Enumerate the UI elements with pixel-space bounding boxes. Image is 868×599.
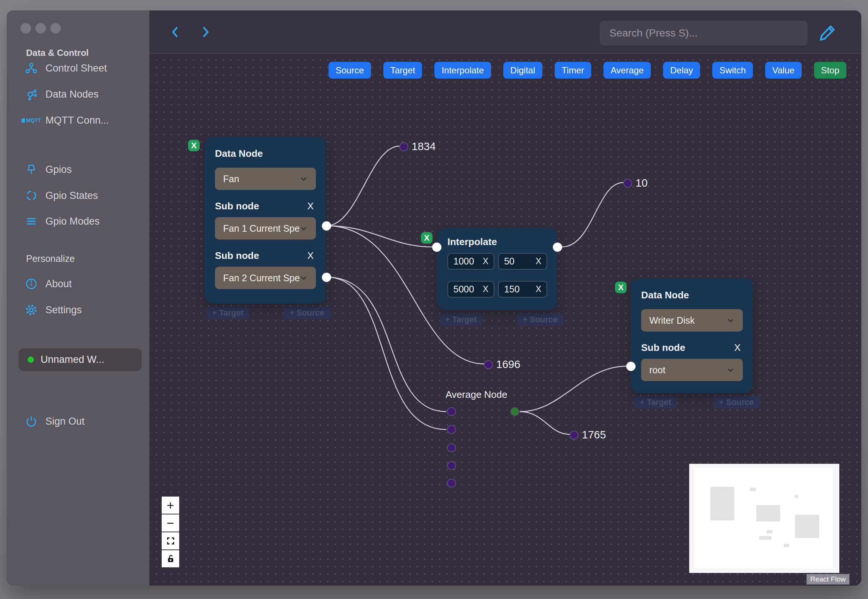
add-value-node-button[interactable]: Value xyxy=(765,62,802,78)
average-target-handle[interactable] xyxy=(447,461,456,470)
sidebar-item-workspace[interactable]: Unnamed W... xyxy=(19,348,141,371)
data-node-fan[interactable]: Data Node Fan Sub node X Fan 1 Current S… xyxy=(205,137,326,304)
search-box xyxy=(600,21,808,45)
add-target-pill[interactable]: + Target xyxy=(439,313,483,326)
edge-average-1765[interactable] xyxy=(520,412,570,434)
stop-button[interactable]: Stop xyxy=(814,62,846,78)
node-select[interactable]: Fan xyxy=(215,168,316,190)
sidebar-item-gpio-states[interactable]: Gpio States xyxy=(22,187,98,205)
edge-value-label: 1696 xyxy=(484,358,520,371)
clear-value-button[interactable]: X xyxy=(483,284,488,294)
delete-node-button[interactable]: X xyxy=(188,140,200,151)
sidebar-item-mqtt[interactable]: MQTT MQTT Conn... xyxy=(22,111,109,129)
flow-canvas[interactable]: Source Target Interpolate Digital Timer … xyxy=(149,54,861,585)
delete-node-button[interactable]: X xyxy=(421,232,433,244)
edge-interpolate-10[interactable] xyxy=(562,182,623,247)
average-target-handle[interactable] xyxy=(447,425,456,434)
add-switch-node-button[interactable]: Switch xyxy=(712,62,753,78)
interpolate-input[interactable]: 5000 X xyxy=(447,281,494,298)
sidebar-item-label: Settings xyxy=(45,304,82,316)
average-target-handle[interactable] xyxy=(447,479,456,488)
add-target-node-button[interactable]: Target xyxy=(383,62,423,78)
add-source-node-button[interactable]: Source xyxy=(329,62,371,78)
average-source-handle[interactable] xyxy=(510,407,519,416)
value-dot[interactable] xyxy=(570,430,579,439)
edge-fan2-average-2[interactable] xyxy=(327,277,446,429)
add-timer-node-button[interactable]: Timer xyxy=(555,62,591,78)
interpolate-input[interactable]: 150 X xyxy=(498,281,547,298)
sidebar-section-data-control: Data & Control xyxy=(26,48,89,58)
minimap[interactable] xyxy=(689,464,839,573)
add-digital-node-button[interactable]: Digital xyxy=(503,62,542,78)
edge-value-label: 10 xyxy=(623,177,647,189)
source-handle[interactable] xyxy=(553,242,562,252)
clear-value-button[interactable]: X xyxy=(536,284,541,294)
zoom-out-button[interactable]: − xyxy=(162,515,179,531)
fit-view-button[interactable] xyxy=(162,532,179,549)
source-handle[interactable] xyxy=(322,221,331,230)
edge-value-label: 1834 xyxy=(399,140,436,153)
minimap-node xyxy=(795,515,819,538)
add-delay-node-button[interactable]: Delay xyxy=(663,62,700,78)
lock-button[interactable] xyxy=(162,550,179,567)
back-button[interactable] xyxy=(167,24,184,40)
data-node-writer-disk[interactable]: Data Node Writer Disk Sub node X root xyxy=(631,278,753,393)
delete-node-button[interactable]: X xyxy=(615,281,627,293)
node-select[interactable]: Writer Disk xyxy=(641,309,743,331)
add-average-node-button[interactable]: Average xyxy=(603,62,651,78)
value-dot[interactable] xyxy=(484,360,493,369)
traffic-light-close[interactable] xyxy=(21,23,31,33)
sidebar-item-settings[interactable]: Settings xyxy=(22,301,82,319)
average-target-handle[interactable] xyxy=(447,443,456,452)
sidebar-item-about[interactable]: About xyxy=(22,275,72,293)
sidebar-item-sign-out[interactable]: Sign Out xyxy=(22,412,84,430)
interpolate-input[interactable]: 1000 X xyxy=(447,253,494,270)
source-handle[interactable] xyxy=(322,273,331,282)
sidebar-item-data-nodes[interactable]: Data Nodes xyxy=(22,85,99,103)
add-interpolate-node-button[interactable]: Interpolate xyxy=(434,62,490,78)
sub-node-select[interactable]: Fan 1 Current Spe xyxy=(215,217,316,239)
target-handle[interactable] xyxy=(626,362,636,371)
workspace-status-dot xyxy=(27,357,34,363)
add-source-pill[interactable]: + Source xyxy=(517,313,564,326)
add-target-pill[interactable]: + Target xyxy=(206,307,250,319)
target-handle[interactable] xyxy=(432,242,441,252)
react-flow-attribution[interactable]: React Flow xyxy=(806,574,849,584)
sub-node-row: Sub node X xyxy=(215,200,316,212)
traffic-light-minimize[interactable] xyxy=(35,23,46,33)
value-dot[interactable] xyxy=(623,179,632,188)
minimap-node xyxy=(756,505,780,522)
traffic-light-zoom[interactable] xyxy=(50,23,61,33)
sidebar-item-gpios[interactable]: Gpios xyxy=(22,161,72,178)
add-target-pill[interactable]: + Target xyxy=(634,396,677,409)
clear-value-button[interactable]: X xyxy=(536,256,541,266)
minimap-node xyxy=(767,530,773,533)
sidebar-item-control-sheet[interactable]: Control Sheet xyxy=(22,59,107,77)
interpolate-input[interactable]: 50 X xyxy=(498,253,547,270)
remove-sub-node-button[interactable]: X xyxy=(732,342,743,354)
edge-fan2-average-1[interactable] xyxy=(327,277,446,412)
sidebar-item-gpio-modes[interactable]: Gpio Modes xyxy=(22,212,100,230)
search-input[interactable] xyxy=(600,27,808,39)
fit-view-icon xyxy=(166,536,175,545)
edge-average-writer[interactable] xyxy=(520,366,627,412)
average-target-handle[interactable] xyxy=(447,407,456,416)
add-source-pill[interactable]: + Source xyxy=(713,396,760,409)
edge-fan1-1834[interactable] xyxy=(327,146,400,226)
info-icon xyxy=(22,277,41,290)
interpolate-node[interactable]: Interpolate 1000 X 50 X 5000 X xyxy=(437,228,557,310)
remove-sub-node-button[interactable]: X xyxy=(305,250,316,262)
edge-fan1-interpolate[interactable] xyxy=(327,226,433,247)
sub-node-select[interactable]: Fan 2 Current Spe xyxy=(215,267,316,289)
value-dot[interactable] xyxy=(399,142,408,151)
sub-node-select[interactable]: root xyxy=(641,359,743,381)
add-source-pill[interactable]: + Source xyxy=(283,307,331,319)
lines-icon xyxy=(22,215,41,227)
canvas-controls: + − xyxy=(162,497,179,567)
sidebar-item-label: Gpio Modes xyxy=(45,216,100,227)
edit-pencil-icon[interactable] xyxy=(818,23,838,42)
clear-value-button[interactable]: X xyxy=(483,256,488,266)
remove-sub-node-button[interactable]: X xyxy=(305,200,316,212)
forward-button[interactable] xyxy=(197,24,214,40)
zoom-in-button[interactable]: + xyxy=(162,497,179,514)
